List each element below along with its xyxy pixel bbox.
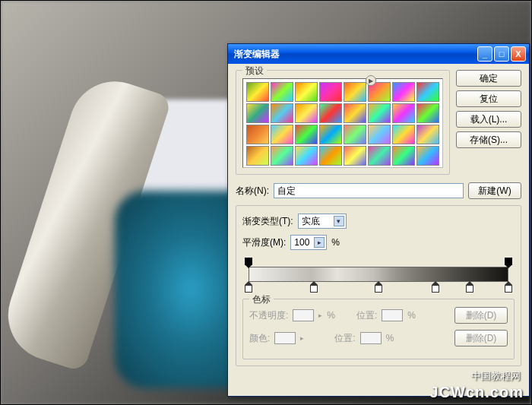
preset-swatch[interactable]: [295, 146, 318, 166]
gradient-type-label: 渐变类型(T):: [242, 215, 293, 228]
preset-menu-icon[interactable]: ▶: [366, 75, 376, 86]
color-stop[interactable]: [310, 285, 318, 293]
preset-swatch[interactable]: [368, 146, 391, 166]
preset-swatch[interactable]: [368, 103, 391, 123]
preset-swatch[interactable]: [271, 125, 293, 144]
color-stop[interactable]: [432, 285, 439, 293]
preset-swatch[interactable]: [271, 146, 293, 166]
preset-swatch[interactable]: [319, 125, 342, 144]
smoothness-input[interactable]: 100 ▸: [290, 235, 327, 250]
maximize-button[interactable]: □: [494, 46, 509, 62]
color-stop-label: 颜色:: [249, 332, 270, 345]
preset-swatch[interactable]: [416, 82, 439, 102]
color-stop[interactable]: [375, 285, 382, 293]
stops-group-label: 色标: [249, 293, 274, 306]
position-value-field: [360, 332, 382, 344]
opacity-stop[interactable]: [505, 258, 512, 265]
gradient-bar-area[interactable]: [244, 256, 513, 294]
chevron-right-icon: ▸: [300, 334, 304, 342]
ok-button[interactable]: 确定: [456, 70, 521, 87]
preset-swatch[interactable]: [416, 103, 439, 123]
reset-button[interactable]: 复位: [456, 90, 521, 107]
color-stop[interactable]: [505, 285, 512, 293]
preset-swatch-grid[interactable]: [242, 78, 443, 168]
opacity-unit: %: [327, 310, 335, 321]
preset-swatch[interactable]: [344, 82, 366, 102]
percent-label: %: [386, 333, 394, 343]
position-value-field: [382, 309, 403, 321]
preset-swatch[interactable]: [271, 103, 293, 123]
preset-swatch[interactable]: [271, 82, 293, 102]
gradient-type-select[interactable]: 实底 ▾: [298, 214, 347, 229]
preset-swatch[interactable]: [392, 82, 415, 102]
chevron-down-icon: ▸: [314, 237, 325, 248]
preset-swatch[interactable]: [246, 82, 269, 102]
smoothness-value: 100: [294, 237, 309, 248]
preset-swatch[interactable]: [416, 146, 439, 166]
color-swatch: [274, 332, 296, 344]
close-button[interactable]: X: [511, 46, 526, 62]
position-label: 位置:: [356, 309, 377, 322]
minimize-button[interactable]: _: [477, 46, 492, 62]
percent-label: %: [407, 310, 416, 321]
name-label: 名称(N):: [236, 185, 269, 198]
delete-opacity-stop-button: 删除(D): [454, 307, 508, 324]
opacity-stop[interactable]: [245, 258, 252, 265]
load-button[interactable]: 载入(L)...: [456, 111, 521, 128]
gradient-editor-dialog: 渐变编辑器 _ □ X 预设 ▶ 确定 复位 载入(L)... 存储(S)...…: [227, 43, 530, 397]
preset-swatch[interactable]: [392, 146, 415, 166]
color-stop[interactable]: [466, 285, 473, 293]
gradient-type-value: 实底: [302, 215, 320, 228]
preset-swatch[interactable]: [344, 125, 366, 144]
gradient-bar[interactable]: [249, 267, 508, 282]
preset-swatch[interactable]: [246, 125, 269, 144]
delete-color-stop-button: 删除(D): [454, 330, 508, 346]
preset-swatch[interactable]: [392, 125, 415, 144]
chevron-right-icon: ▸: [318, 312, 322, 319]
preset-swatch[interactable]: [246, 103, 269, 123]
preset-swatch[interactable]: [246, 146, 269, 166]
smoothness-label: 平滑度(M):: [242, 236, 286, 249]
position-label: 位置:: [334, 332, 355, 345]
preset-swatch[interactable]: [368, 125, 391, 144]
chevron-down-icon: ▾: [334, 216, 344, 226]
preset-swatch[interactable]: [344, 146, 366, 166]
preset-swatch[interactable]: [295, 125, 318, 144]
watermark-cn: 中国教程网: [471, 369, 521, 383]
name-input[interactable]: [274, 183, 464, 198]
opacity-value-field: [293, 309, 314, 321]
presets-label: 预设: [242, 65, 267, 78]
smoothness-unit: %: [331, 237, 340, 248]
preset-swatch[interactable]: [295, 103, 318, 123]
preset-swatch[interactable]: [319, 146, 342, 166]
preset-swatch[interactable]: [392, 103, 415, 123]
watermark-en: JCWcn.com: [430, 384, 524, 401]
opacity-stop-label: 不透明度:: [249, 309, 288, 322]
preset-swatch[interactable]: [319, 103, 342, 123]
save-button[interactable]: 存储(S)...: [456, 131, 521, 148]
preset-swatch[interactable]: [319, 82, 342, 102]
color-stop[interactable]: [245, 285, 252, 293]
new-button[interactable]: 新建(W): [468, 182, 521, 199]
preset-swatch[interactable]: [295, 82, 318, 102]
titlebar[interactable]: 渐变编辑器 _ □ X: [228, 44, 529, 64]
window-title: 渐变编辑器: [234, 48, 476, 61]
preset-swatch[interactable]: [416, 125, 439, 144]
preset-swatch[interactable]: [344, 103, 366, 123]
